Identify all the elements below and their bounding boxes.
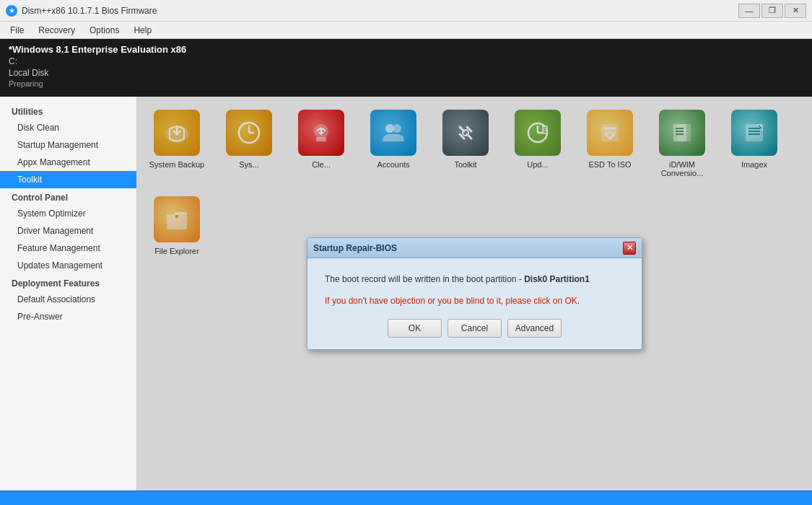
session-status: Preparing: [9, 79, 803, 88]
dialog-cancel-button[interactable]: Cancel: [448, 319, 502, 338]
sidebar-item-appx-management[interactable]: Appx Management: [0, 154, 136, 171]
window-title: Dism++x86 10.1.7.1 Bios Firmware: [22, 6, 157, 16]
title-bar: ★ Dism++x86 10.1.7.1 Bios Firmware — ❐ ✕: [0, 0, 812, 22]
main-layout: Utilities Disk Clean Startup Management …: [0, 97, 812, 491]
bottom-bar: [0, 491, 812, 505]
dialog-title: Startup Repair-BIOS: [313, 243, 397, 253]
sidebar-item-pre-answer[interactable]: Pre-Answer: [0, 308, 136, 325]
session-title: *Windows 8.1 Enterprise Evaluation x86: [9, 44, 803, 55]
minimize-button[interactable]: —: [738, 4, 760, 18]
dialog-close-button[interactable]: ✕: [623, 242, 636, 255]
session-drive: C:: [9, 56, 803, 66]
sidebar-item-startup-management[interactable]: Startup Management: [0, 136, 136, 154]
window-controls: — ❐ ✕: [738, 4, 806, 18]
sidebar-deployment-header: Deployment Features: [0, 274, 136, 291]
sidebar-item-feature-management[interactable]: Feature Management: [0, 240, 136, 257]
session-bar: *Windows 8.1 Enterprise Evaluation x86 C…: [0, 39, 812, 97]
sidebar-item-toolkit[interactable]: Toolkit: [0, 171, 136, 188]
menu-bar: File Recovery Options Help: [0, 22, 812, 39]
dialog-message1: The boot record will be written in the b…: [325, 273, 624, 286]
dialog-body: The boot record will be written in the b…: [307, 258, 642, 349]
dialog-advanced-button[interactable]: Advanced: [507, 319, 562, 338]
sidebar-item-disk-clean[interactable]: Disk Clean: [0, 119, 136, 136]
menu-options[interactable]: Options: [82, 24, 126, 37]
sidebar-control-header: Control Panel: [0, 188, 136, 205]
menu-recovery[interactable]: Recovery: [31, 24, 82, 37]
menu-help[interactable]: Help: [126, 24, 159, 37]
dialog-ok-button[interactable]: OK: [388, 319, 442, 338]
title-left: ★ Dism++x86 10.1.7.1 Bios Firmware: [6, 5, 157, 17]
session-location: Local Disk: [9, 68, 803, 78]
dialog-overlay: Startup Repair-BIOS ✕ The boot record wi…: [137, 97, 812, 491]
sidebar: Utilities Disk Clean Startup Management …: [0, 97, 137, 491]
app-icon: ★: [6, 5, 17, 17]
sidebar-item-driver-management[interactable]: Driver Management: [0, 222, 136, 240]
sidebar-item-system-optimizer[interactable]: System Optimizer: [0, 205, 136, 222]
close-button[interactable]: ✕: [785, 4, 806, 18]
sidebar-utilities-header: Utilities: [0, 102, 136, 119]
sidebar-item-updates-management[interactable]: Updates Management: [0, 257, 136, 274]
restore-button[interactable]: ❐: [761, 4, 783, 18]
content-area: System Backup Sys...: [137, 97, 812, 491]
sidebar-item-default-associations[interactable]: Default Associations: [0, 291, 136, 308]
dialog-titlebar: Startup Repair-BIOS ✕: [307, 238, 642, 258]
dialog: Startup Repair-BIOS ✕ The boot record wi…: [307, 237, 642, 350]
dialog-message2: If you don't have objection or you be bl…: [325, 294, 624, 307]
menu-file[interactable]: File: [3, 24, 31, 37]
dialog-buttons: OK Cancel Advanced: [325, 319, 624, 338]
